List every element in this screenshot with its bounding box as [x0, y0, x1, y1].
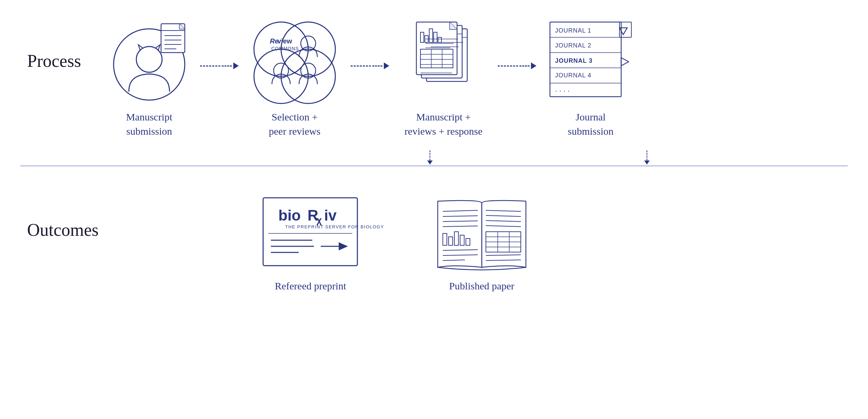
- svg-text:. . . .: . . . .: [555, 85, 570, 93]
- process-steps: Manuscriptsubmission: [108, 20, 868, 138]
- outcome-published-paper: Published paper: [428, 196, 536, 293]
- process-section: Process: [0, 0, 868, 152]
- svg-text:JOURNAL 4: JOURNAL 4: [555, 72, 591, 79]
- process-label: Process: [27, 51, 81, 71]
- selection-peer-reviews-label: Selection +peer reviews: [269, 110, 320, 138]
- journal-list-icon: JOURNAL 1 JOURNAL 2 JOURNAL 3 JOURNAL 4 …: [547, 20, 635, 102]
- svg-text:iv: iv: [324, 207, 337, 224]
- outcomes-label: Outcomes: [27, 220, 99, 240]
- manuscript-reviews-response-label: Manuscript +reviews + response: [405, 110, 482, 138]
- published-paper-label: Published paper: [449, 279, 514, 293]
- svg-text:view: view: [277, 37, 292, 45]
- outcomes-section: Outcomes bio R χ iv THE PREPRINT S: [0, 179, 868, 307]
- step-manuscript-submission: Manuscriptsubmission: [108, 20, 190, 138]
- manuscripts-stack-icon: [399, 20, 488, 102]
- divider-line: [20, 166, 848, 166]
- svg-text:JOURNAL 3: JOURNAL 3: [555, 57, 593, 64]
- step-manuscript-reviews: Manuscript +reviews + response: [399, 20, 488, 138]
- down-arrow-published: [644, 150, 650, 165]
- svg-text:JOURNAL 2: JOURNAL 2: [555, 42, 591, 49]
- refereed-preprint-label: Refereed preprint: [275, 279, 346, 293]
- svg-rect-15: [416, 22, 457, 75]
- svg-text:χ: χ: [316, 215, 322, 225]
- step-journal-submission: JOURNAL 1 JOURNAL 2 JOURNAL 3 JOURNAL 4 …: [547, 20, 635, 138]
- arrow-2: [351, 62, 389, 69]
- review-commons-icon: Re view COMMONS: [249, 20, 340, 102]
- svg-text:THE PREPRINT SERVER FOR BIOLOG: THE PREPRINT SERVER FOR BIOLOGY: [285, 224, 384, 229]
- divider-section: [20, 152, 848, 179]
- manuscript-submission-icon: [108, 20, 190, 102]
- svg-text:COMMONS: COMMONS: [271, 46, 299, 51]
- arrow-3: [498, 62, 536, 69]
- svg-text:bio: bio: [278, 207, 301, 224]
- outcome-refereed-preprint: bio R χ iv THE PREPRINT SERVER FOR BIOLO…: [261, 196, 360, 293]
- outcomes-icons: bio R χ iv THE PREPRINT SERVER FOR BIOLO…: [261, 196, 536, 293]
- main-container: Process: [0, 0, 868, 419]
- published-paper-icon: [428, 196, 536, 271]
- down-arrow-preprint: [427, 150, 433, 165]
- journal-submission-label: Journalsubmission: [568, 110, 613, 138]
- manuscript-submission-label: Manuscriptsubmission: [126, 110, 173, 138]
- svg-text:JOURNAL 1: JOURNAL 1: [555, 27, 591, 34]
- svg-marker-30: [621, 58, 629, 66]
- arrow-1: [200, 62, 239, 69]
- step-selection-peer-reviews: Re view COMMONS Selection +p: [249, 20, 340, 138]
- biorxiv-icon: bio R χ iv THE PREPRINT SERVER FOR BIOLO…: [261, 196, 360, 271]
